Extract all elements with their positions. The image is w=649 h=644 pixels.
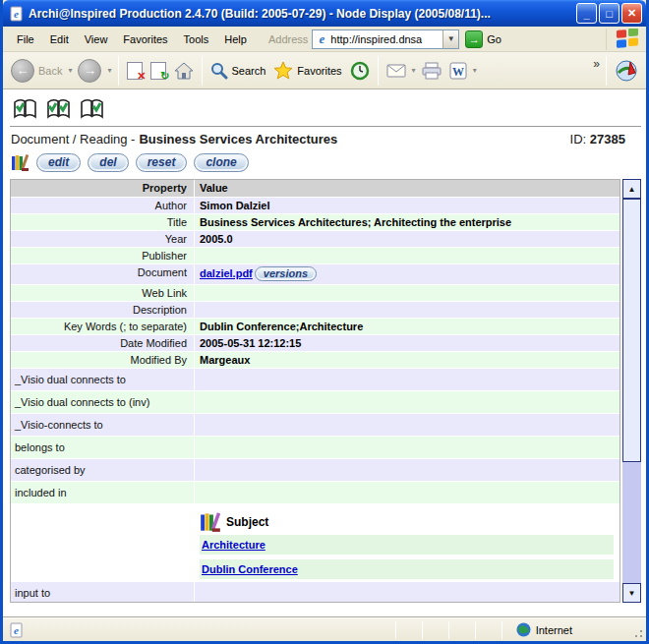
history-button[interactable]	[346, 59, 374, 83]
resize-grip[interactable]	[631, 626, 644, 639]
browser-window: e Archi@Inspired Production 2.4.70 (Buil…	[0, 0, 649, 644]
status-bar: e Internet	[3, 617, 646, 641]
svg-text:e: e	[14, 624, 19, 636]
minimize-button[interactable]: _	[576, 3, 597, 24]
versions-button[interactable]: versions	[255, 266, 317, 281]
table-row: belongs to	[11, 437, 620, 459]
property-value: Simon Dalziel	[195, 198, 620, 213]
table-row: Year2005.0	[11, 231, 620, 248]
menu-bar: File Edit View Favorites Tools Help Addr…	[3, 27, 646, 52]
reset-button[interactable]: reset	[136, 153, 188, 172]
forward-arrow-icon: →	[78, 59, 101, 83]
close-button[interactable]: ✕	[621, 3, 642, 24]
adobe-pdf-icon	[615, 59, 638, 83]
adobe-pdf-button[interactable]	[611, 57, 642, 85]
history-clock-icon	[350, 61, 370, 81]
menu-tools[interactable]: Tools	[176, 30, 217, 48]
title-bar: e Archi@Inspired Production 2.4.70 (Buil…	[3, 0, 646, 27]
property-label: belongs to	[11, 437, 195, 458]
zone-label: Internet	[536, 624, 572, 636]
property-value: Margeaux	[195, 352, 620, 368]
del-button[interactable]: del	[88, 153, 128, 172]
forward-dropdown-icon[interactable]: ▾	[107, 66, 111, 75]
forward-button[interactable]: →	[74, 57, 105, 85]
property-value: 2005-05-31 12:12:15	[195, 335, 620, 351]
toolbar-separator	[606, 56, 607, 86]
property-label: included in	[11, 482, 195, 503]
word-dropdown-icon[interactable]: ▾	[473, 66, 477, 75]
svg-text:e: e	[14, 8, 19, 20]
address-input[interactable]: e http://inspired.dnsa ▼	[312, 29, 459, 49]
property-value: Dublin Conference;Architecture	[195, 319, 620, 334]
clone-button[interactable]: clone	[194, 153, 248, 172]
property-value	[195, 391, 620, 413]
favorites-button[interactable]: Favorites	[269, 59, 345, 82]
edit-button[interactable]: edit	[36, 153, 81, 172]
page-title: Business Services Architectures	[139, 132, 337, 146]
included-in-subject-block: Subject Architecture Dublin Conference	[11, 504, 620, 582]
dublin-conference-link[interactable]: Dublin Conference	[202, 563, 298, 575]
property-label: Publisher	[11, 248, 195, 263]
more-buttons-chevron[interactable]: »	[593, 57, 600, 71]
book-status-icons	[10, 95, 641, 127]
property-label: Year	[11, 231, 195, 247]
address-dropdown-button[interactable]: ▼	[442, 30, 458, 48]
edit-with-word-button[interactable]: W	[445, 60, 471, 82]
printer-icon	[422, 62, 442, 80]
stop-button[interactable]: ✕	[123, 60, 147, 82]
print-button[interactable]	[418, 60, 445, 82]
property-value	[195, 437, 620, 458]
property-label: Document	[11, 264, 195, 284]
property-value: dalziel.pdfversions	[195, 264, 620, 284]
menu-view[interactable]: View	[77, 30, 116, 48]
toolbar-separator	[118, 56, 119, 86]
scroll-up-button[interactable]: ▲	[622, 179, 641, 199]
table-row: _Visio dual connects to	[11, 369, 620, 391]
breadcrumb-path: Document / Reading -	[11, 132, 135, 146]
document-link[interactable]: dalziel.pdf	[200, 267, 253, 279]
property-label: input to	[11, 582, 195, 603]
menu-favorites[interactable]: Favorites	[115, 30, 175, 48]
home-button[interactable]	[170, 60, 198, 82]
scrollbar-thumb[interactable]	[622, 199, 641, 462]
security-zone: Internet	[516, 622, 572, 637]
subject-link-row: Architecture	[200, 535, 614, 555]
property-value	[195, 302, 620, 318]
open-book-check-right-icon[interactable]	[79, 97, 105, 120]
menu-edit[interactable]: Edit	[42, 30, 77, 48]
property-label: Key Words (; to separate)	[11, 319, 195, 334]
property-value	[195, 482, 620, 503]
menu-help[interactable]: Help	[216, 30, 255, 48]
maximize-button[interactable]: □	[599, 3, 620, 24]
address-label: Address	[268, 33, 308, 45]
table-row: TitleBusiness Services Architectures; Ar…	[11, 214, 620, 231]
refresh-button[interactable]: ↻	[147, 60, 170, 82]
back-dropdown-icon[interactable]: ▾	[68, 66, 72, 75]
search-button[interactable]: Search	[206, 60, 270, 82]
node-id-value: 27385	[590, 132, 625, 146]
page-icon: e	[315, 32, 328, 46]
table-row: _Visio dual connects to (inv)	[11, 391, 620, 414]
open-book-check-left-icon[interactable]	[12, 97, 38, 120]
header-property: Property	[11, 180, 195, 197]
favorites-star-icon	[273, 61, 293, 80]
scroll-down-button[interactable]: ▼	[622, 583, 641, 603]
property-value	[195, 248, 620, 263]
property-label: Description	[11, 302, 195, 318]
stop-icon: ✕	[127, 62, 143, 80]
mail-dropdown-icon[interactable]: ▾	[412, 66, 416, 75]
go-button[interactable]: → Go	[465, 30, 502, 48]
property-label: _Visio dual connects to	[11, 369, 195, 390]
property-value	[195, 459, 620, 481]
architecture-link[interactable]: Architecture	[202, 539, 266, 551]
back-button[interactable]: ← Back	[7, 57, 66, 85]
menu-file[interactable]: File	[9, 30, 42, 48]
open-book-check-both-icon[interactable]	[45, 97, 72, 120]
mail-button[interactable]	[383, 62, 410, 80]
browser-toolbar: ← Back ▾ → ▾ ✕ ↻ Search	[3, 52, 646, 89]
content-scrollbar[interactable]: ▲ ▼	[622, 179, 641, 603]
page-content: Document / Reading - Business Services A…	[3, 89, 646, 617]
property-label: Date Modified	[11, 335, 195, 351]
table-row: categorised by	[11, 459, 620, 482]
ie-app-icon: e	[9, 6, 25, 22]
